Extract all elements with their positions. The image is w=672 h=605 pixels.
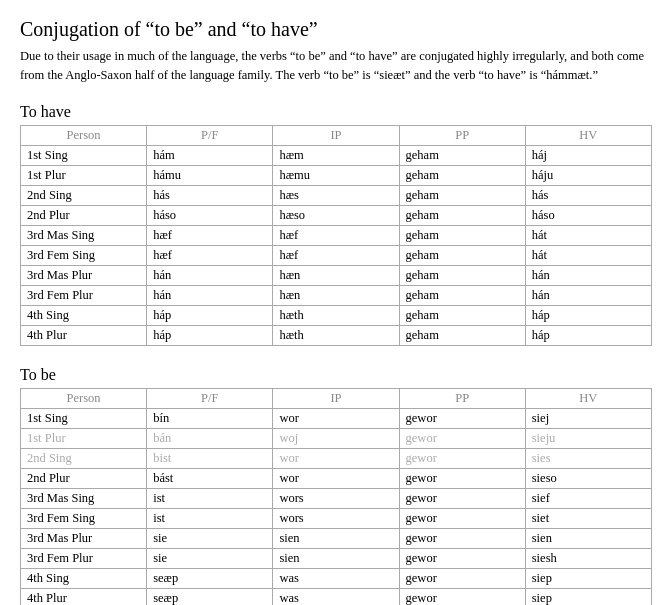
table-cell: hæn bbox=[273, 285, 399, 305]
table-cell: hán bbox=[525, 265, 651, 285]
have-table: PersonP/FIPPPHV 1st Singhámhæmgehamháj1s… bbox=[20, 125, 652, 346]
be-section: To be PersonP/FIPPPHV 1st Singbínworgewo… bbox=[20, 366, 652, 606]
table-cell: sies bbox=[525, 448, 651, 468]
page-title: Conjugation of “to be” and “to have” bbox=[20, 18, 652, 41]
have-col-header: IP bbox=[273, 125, 399, 145]
table-cell: sien bbox=[273, 548, 399, 568]
table-row: 1st Plurbánwojgeworsieju bbox=[21, 428, 652, 448]
table-cell: hán bbox=[147, 265, 273, 285]
table-cell: bist bbox=[147, 448, 273, 468]
table-row: 3rd Fem Singistworsgeworsiet bbox=[21, 508, 652, 528]
table-cell: sief bbox=[525, 488, 651, 508]
table-row: 3rd Fem Singhæfhæfgehamhát bbox=[21, 245, 652, 265]
be-col-header: PP bbox=[399, 388, 525, 408]
table-cell: wors bbox=[273, 488, 399, 508]
table-cell: 3rd Mas Sing bbox=[21, 488, 147, 508]
table-cell: gewor bbox=[399, 448, 525, 468]
table-cell: hæm bbox=[273, 145, 399, 165]
have-col-header: P/F bbox=[147, 125, 273, 145]
have-header-row: PersonP/FIPPPHV bbox=[21, 125, 652, 145]
be-body: 1st Singbínworgeworsiej1st Plurbánwojgew… bbox=[21, 408, 652, 605]
table-cell: ist bbox=[147, 488, 273, 508]
table-row: 1st Singhámhæmgehamháj bbox=[21, 145, 652, 165]
table-cell: hæf bbox=[273, 245, 399, 265]
table-cell: wor bbox=[273, 468, 399, 488]
table-cell: hám bbox=[147, 145, 273, 165]
table-cell: háj bbox=[525, 145, 651, 165]
table-cell: 3rd Fem Sing bbox=[21, 508, 147, 528]
table-cell: geham bbox=[399, 185, 525, 205]
table-cell: geham bbox=[399, 145, 525, 165]
be-table: PersonP/FIPPPHV 1st Singbínworgeworsiej1… bbox=[20, 388, 652, 606]
table-cell: gewor bbox=[399, 528, 525, 548]
be-col-header: Person bbox=[21, 388, 147, 408]
table-cell: siep bbox=[525, 568, 651, 588]
table-cell: bán bbox=[147, 428, 273, 448]
table-cell: siet bbox=[525, 508, 651, 528]
table-cell: seæp bbox=[147, 568, 273, 588]
table-cell: geham bbox=[399, 165, 525, 185]
table-row: 4th Singháphæthgehamháp bbox=[21, 305, 652, 325]
table-cell: gewor bbox=[399, 548, 525, 568]
table-cell: hæf bbox=[147, 225, 273, 245]
table-cell: geham bbox=[399, 325, 525, 345]
table-cell: sieju bbox=[525, 428, 651, 448]
be-title: To be bbox=[20, 366, 652, 384]
table-cell: 3rd Fem Sing bbox=[21, 245, 147, 265]
table-cell: hæso bbox=[273, 205, 399, 225]
table-cell: bín bbox=[147, 408, 273, 428]
table-cell: sien bbox=[525, 528, 651, 548]
table-cell: 1st Sing bbox=[21, 408, 147, 428]
table-cell: hán bbox=[147, 285, 273, 305]
table-cell: geham bbox=[399, 245, 525, 265]
table-cell: 2nd Sing bbox=[21, 448, 147, 468]
table-cell: háju bbox=[525, 165, 651, 185]
table-row: 2nd Plurhásohæsogehamháso bbox=[21, 205, 652, 225]
table-cell: was bbox=[273, 568, 399, 588]
table-cell: 2nd Sing bbox=[21, 185, 147, 205]
table-cell: hæth bbox=[273, 305, 399, 325]
table-cell: gewor bbox=[399, 428, 525, 448]
be-header-row: PersonP/FIPPPHV bbox=[21, 388, 652, 408]
table-row: 4th Plurháphæthgehamháp bbox=[21, 325, 652, 345]
table-cell: 1st Plur bbox=[21, 165, 147, 185]
table-cell: hæmu bbox=[273, 165, 399, 185]
table-cell: geham bbox=[399, 265, 525, 285]
have-col-header: PP bbox=[399, 125, 525, 145]
table-cell: hæf bbox=[147, 245, 273, 265]
table-cell: 3rd Mas Plur bbox=[21, 528, 147, 548]
table-cell: geham bbox=[399, 305, 525, 325]
table-cell: 1st Plur bbox=[21, 428, 147, 448]
table-row: 2nd Plurbástworgeworsieso bbox=[21, 468, 652, 488]
be-col-header: IP bbox=[273, 388, 399, 408]
table-cell: hæn bbox=[273, 265, 399, 285]
table-cell: háp bbox=[147, 325, 273, 345]
table-cell: 3rd Fem Plur bbox=[21, 285, 147, 305]
have-section: To have PersonP/FIPPPHV 1st Singhámhæmge… bbox=[20, 103, 652, 346]
table-cell: was bbox=[273, 588, 399, 605]
table-cell: 3rd Fem Plur bbox=[21, 548, 147, 568]
table-cell: 4th Plur bbox=[21, 588, 147, 605]
table-cell: wor bbox=[273, 448, 399, 468]
table-row: 2nd Singbistworgeworsies bbox=[21, 448, 652, 468]
table-cell: geham bbox=[399, 285, 525, 305]
table-cell: 2nd Plur bbox=[21, 468, 147, 488]
table-cell: 3rd Mas Plur bbox=[21, 265, 147, 285]
table-cell: sieso bbox=[525, 468, 651, 488]
table-cell: geham bbox=[399, 225, 525, 245]
table-cell: hæs bbox=[273, 185, 399, 205]
table-row: 3rd Mas Plursiesiengeworsien bbox=[21, 528, 652, 548]
table-row: 3rd Mas Singhæfhæfgehamhát bbox=[21, 225, 652, 245]
table-cell: hæf bbox=[273, 225, 399, 245]
table-cell: háp bbox=[525, 325, 651, 345]
table-cell: 4th Plur bbox=[21, 325, 147, 345]
table-cell: 3rd Mas Sing bbox=[21, 225, 147, 245]
table-cell: háp bbox=[525, 305, 651, 325]
table-cell: siej bbox=[525, 408, 651, 428]
have-title: To have bbox=[20, 103, 652, 121]
intro-text: Due to their usage in much of the langua… bbox=[20, 47, 652, 85]
table-cell: hámu bbox=[147, 165, 273, 185]
table-cell: 4th Sing bbox=[21, 305, 147, 325]
table-cell: gewor bbox=[399, 508, 525, 528]
table-cell: hás bbox=[525, 185, 651, 205]
